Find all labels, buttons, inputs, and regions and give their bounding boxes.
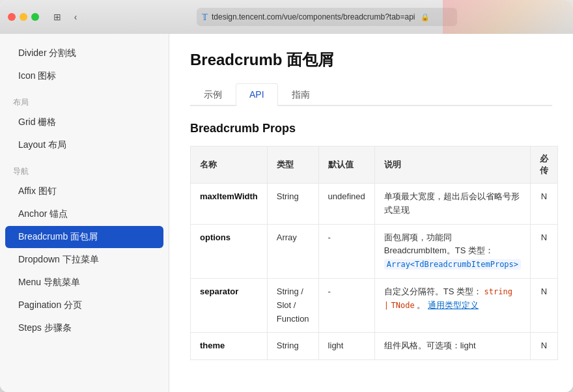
sidebar: Divider 分割线 Icon 图标 布局 Grid 栅格 Layout 布局… bbox=[0, 34, 169, 392]
table-header-row: 名称 类型 默认值 说明 必传 bbox=[191, 147, 558, 184]
row-desc-link[interactable]: 通用类型定义 bbox=[428, 300, 479, 310]
main-layout: Divider 分割线 Icon 图标 布局 Grid 栅格 Layout 布局… bbox=[0, 34, 573, 392]
titlebar: ⊞ ‹ 𝕋 tdesign.tencent.com/vue/components… bbox=[0, 0, 573, 34]
sidebar-toggle-button[interactable]: ⊞ bbox=[49, 10, 65, 24]
row-default: - bbox=[318, 224, 374, 278]
row-name: options bbox=[191, 224, 268, 278]
api-table: 名称 类型 默认值 说明 必传 maxItemWidth String unde… bbox=[190, 146, 558, 360]
row-type: String bbox=[267, 333, 318, 360]
close-button[interactable] bbox=[8, 13, 16, 21]
row-desc-dot: 。 bbox=[417, 300, 425, 310]
app-window: ⊞ ‹ 𝕋 tdesign.tencent.com/vue/components… bbox=[0, 0, 573, 392]
row-type: String bbox=[267, 184, 318, 225]
row-desc: 单项最大宽度，超出后会以省略号形式呈现 bbox=[374, 184, 530, 225]
col-desc: 说明 bbox=[374, 147, 530, 184]
sidebar-section-layout: 布局 bbox=[0, 88, 169, 111]
sidebar-item-pagination[interactable]: Pagination 分页 bbox=[5, 294, 163, 316]
row-type: String / Slot / Function bbox=[267, 278, 318, 332]
row-name: maxItemWidth bbox=[191, 184, 268, 225]
row-default: - bbox=[318, 278, 374, 332]
row-name: theme bbox=[191, 333, 268, 360]
titlebar-controls: ⊞ ‹ bbox=[49, 10, 83, 24]
sidebar-section-nav: 导航 bbox=[0, 157, 169, 180]
col-name: 名称 bbox=[191, 147, 268, 184]
sidebar-item-layout[interactable]: Layout 布局 bbox=[5, 134, 163, 156]
url-text: tdesign.tencent.com/vue/components/bread… bbox=[212, 12, 415, 21]
row-desc: 自定义分隔符。TS 类型： string | TNode 。 通用类型定义 bbox=[374, 278, 530, 332]
row-desc-code: Array<TdBreadcrumbItemProps> bbox=[384, 259, 521, 270]
section-title: Breadcrumb Props bbox=[190, 122, 552, 135]
row-desc: 面包屑项，功能同 BreadcrumbItem。TS 类型： Array<TdB… bbox=[374, 224, 530, 278]
row-required: N bbox=[531, 224, 558, 278]
col-type: 类型 bbox=[267, 147, 318, 184]
row-default: undefined bbox=[318, 184, 374, 225]
tab-guide[interactable]: 指南 bbox=[278, 83, 324, 106]
row-desc-prefix: 自定义分隔符。TS 类型： bbox=[384, 287, 482, 296]
page-title: Breadcrumb 面包屑 bbox=[190, 49, 552, 70]
row-desc-code2: TNode bbox=[391, 301, 415, 310]
row-desc-text: 面包屑项，功能同 BreadcrumbItem。TS 类型： bbox=[384, 232, 494, 256]
sidebar-item-steps[interactable]: Steps 步骤条 bbox=[5, 317, 163, 339]
maximize-button[interactable] bbox=[31, 13, 39, 21]
row-required: N bbox=[531, 184, 558, 225]
row-required: N bbox=[531, 278, 558, 332]
minimize-button[interactable] bbox=[20, 13, 27, 21]
row-default: light bbox=[318, 333, 374, 360]
tab-api[interactable]: API bbox=[236, 83, 278, 106]
table-row: separator String / Slot / Function - 自定义… bbox=[191, 278, 558, 332]
col-required: 必传 bbox=[531, 147, 558, 184]
tabs: 示例 API 指南 bbox=[190, 83, 552, 106]
sidebar-item-menu[interactable]: Menu 导航菜单 bbox=[5, 272, 163, 294]
sidebar-item-icon[interactable]: Icon 图标 bbox=[5, 65, 163, 87]
sidebar-item-breadcrumb[interactable]: Breadcrumb 面包屑 bbox=[5, 226, 163, 248]
url-input[interactable]: 𝕋 tdesign.tencent.com/vue/components/bre… bbox=[197, 8, 457, 26]
row-name: separator bbox=[191, 278, 268, 332]
tab-example[interactable]: 示例 bbox=[190, 83, 236, 106]
row-type: Array bbox=[267, 224, 318, 278]
col-default: 默认值 bbox=[318, 147, 374, 184]
tdesign-icon: 𝕋 bbox=[202, 12, 208, 22]
table-row: theme String light 组件风格。可选项：light N bbox=[191, 333, 558, 360]
sidebar-item-affix[interactable]: Affix 图钉 bbox=[5, 180, 163, 203]
back-button[interactable]: ‹ bbox=[68, 10, 83, 24]
sidebar-item-divider[interactable]: Divider 分割线 bbox=[5, 42, 163, 64]
row-required: N bbox=[531, 333, 558, 360]
table-row: maxItemWidth String undefined 单项最大宽度，超出后… bbox=[191, 184, 558, 225]
content-area: Breadcrumb 面包屑 示例 API 指南 Breadcrumb Prop… bbox=[169, 34, 573, 392]
row-desc: 组件风格。可选项：light bbox=[374, 333, 530, 360]
lock-icon: 🔒 bbox=[421, 13, 430, 21]
table-row: options Array - 面包屑项，功能同 BreadcrumbItem。… bbox=[191, 224, 558, 278]
traffic-lights bbox=[8, 13, 39, 21]
sidebar-item-grid[interactable]: Grid 栅格 bbox=[5, 111, 163, 133]
sidebar-item-anchor[interactable]: Anchor 锚点 bbox=[5, 203, 163, 225]
sidebar-item-dropdown[interactable]: Dropdown 下拉菜单 bbox=[5, 249, 163, 271]
address-bar: 𝕋 tdesign.tencent.com/vue/components/bre… bbox=[89, 8, 565, 26]
